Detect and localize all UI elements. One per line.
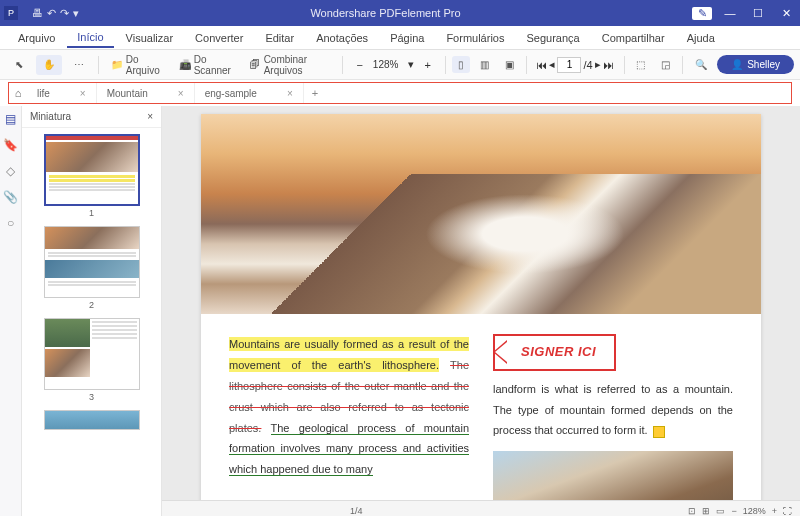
- snapshot-tool[interactable]: ◲: [655, 56, 676, 73]
- titlebar: P 🖶 ↶ ↷ ▾ Wondershare PDFelement Pro ✎ —…: [0, 0, 800, 26]
- menu-seguranca[interactable]: Segurança: [516, 29, 589, 47]
- last-page[interactable]: ⏭: [603, 59, 614, 71]
- thumbnails-icon[interactable]: ▤: [5, 112, 16, 126]
- underlined-text[interactable]: The geological process of mountain forma…: [229, 422, 469, 477]
- sticky-note-icon[interactable]: [653, 426, 665, 438]
- column-right: SIGNER ICI landform is what is referred …: [493, 334, 733, 516]
- zoom-out-button[interactable]: −: [352, 57, 366, 73]
- from-scanner-button[interactable]: 📠Do Scanner: [173, 51, 240, 79]
- bookmarks-icon[interactable]: 🔖: [3, 138, 18, 152]
- page-total: /4: [583, 59, 592, 71]
- menu-arquivo[interactable]: Arquivo: [8, 29, 65, 47]
- view-facing[interactable]: ▣: [499, 56, 520, 73]
- more-tools[interactable]: ⋯: [66, 55, 92, 75]
- thumb-num-2: 2: [89, 300, 94, 310]
- highlighted-text[interactable]: Mountains are usually formed as a result…: [229, 337, 469, 372]
- status-zoom-in[interactable]: +: [772, 506, 777, 516]
- redo-icon[interactable]: ↷: [60, 7, 69, 20]
- thumb-num-1: 1: [89, 208, 94, 218]
- crop-tool[interactable]: ⬚: [630, 56, 651, 73]
- hand-icon: ✋: [42, 58, 56, 72]
- combine-button[interactable]: 🗐Combinar Arquivos: [244, 51, 336, 79]
- maximize-icon[interactable]: ☐: [748, 7, 768, 20]
- menu-compartilhar[interactable]: Compartilhar: [592, 29, 675, 47]
- menu-inicio[interactable]: Início: [67, 28, 113, 48]
- user-icon: 👤: [731, 59, 743, 70]
- document-area[interactable]: Mountains are usually formed as a result…: [162, 106, 800, 516]
- add-tab-button[interactable]: +: [304, 87, 326, 99]
- menu-visualizar[interactable]: Visualizar: [116, 29, 184, 47]
- view-continuous[interactable]: ▥: [474, 56, 495, 73]
- from-file-button[interactable]: 📁Do Arquivo: [105, 51, 169, 79]
- menu-pagina[interactable]: Página: [380, 29, 434, 47]
- close-panel-icon[interactable]: ×: [147, 111, 153, 122]
- print-icon[interactable]: 🖶: [32, 7, 43, 20]
- scanner-icon: 📠: [179, 58, 191, 72]
- search-button[interactable]: 🔍: [689, 56, 713, 73]
- status-page[interactable]: 1/4: [350, 506, 363, 516]
- user-button[interactable]: 👤Shelley: [717, 55, 794, 74]
- attachments-icon[interactable]: 📎: [3, 190, 18, 204]
- column-left: Mountains are usually formed as a result…: [229, 334, 469, 516]
- select-tool[interactable]: ⬉: [6, 55, 32, 75]
- ellipsis-icon: ⋯: [72, 58, 86, 72]
- close-window-icon[interactable]: ✕: [776, 7, 796, 20]
- layers-icon[interactable]: ◇: [6, 164, 15, 178]
- hand-tool[interactable]: ✋: [36, 55, 62, 75]
- first-page[interactable]: ⏮: [536, 59, 547, 71]
- view-single[interactable]: ▯: [452, 56, 470, 73]
- sidebar: ▤ 🔖 ◇ 📎 ○: [0, 106, 22, 516]
- doc-tab-life[interactable]: life×: [27, 83, 97, 103]
- hero-image: [201, 114, 761, 314]
- app-title: Wondershare PDFelement Pro: [79, 7, 692, 19]
- page-input[interactable]: [557, 57, 581, 73]
- statusbar: 1/4 ⊡ ⊞ ▭ − 128% + ⛶: [162, 500, 800, 516]
- comments-icon[interactable]: ○: [7, 216, 14, 230]
- toolbar: ⬉ ✋ ⋯ 📁Do Arquivo 📠Do Scanner 🗐Combinar …: [0, 50, 800, 80]
- next-page[interactable]: ▸: [595, 58, 601, 71]
- minimize-icon[interactable]: —: [720, 7, 740, 19]
- fit-width-icon[interactable]: ⊞: [702, 506, 710, 516]
- qat-more-icon[interactable]: ▾: [73, 7, 79, 20]
- menu-formularios[interactable]: Formulários: [436, 29, 514, 47]
- fullscreen-icon[interactable]: ⛶: [783, 506, 792, 516]
- menu-ajuda[interactable]: Ajuda: [677, 29, 725, 47]
- thumbnail-3[interactable]: 3: [42, 318, 142, 402]
- arrow-icon: ⬉: [12, 58, 26, 72]
- home-tab[interactable]: ⌂: [9, 87, 27, 99]
- combine-icon: 🗐: [250, 58, 261, 72]
- body-text: landform is what is referred to as a mou…: [493, 383, 733, 437]
- close-tab-icon[interactable]: ×: [178, 88, 184, 99]
- zoom-dropdown[interactable]: ▾: [404, 56, 418, 73]
- menu-anotacoes[interactable]: Anotações: [306, 29, 378, 47]
- thumb-num-3: 3: [89, 392, 94, 402]
- undo-icon[interactable]: ↶: [47, 7, 56, 20]
- thumbnail-2[interactable]: 2: [42, 226, 142, 310]
- edit-window-icon[interactable]: ✎: [692, 7, 712, 20]
- thumbnail-1[interactable]: 1: [42, 134, 142, 218]
- sign-here-stamp[interactable]: SIGNER ICI: [493, 334, 616, 371]
- prev-page[interactable]: ◂: [549, 58, 555, 71]
- page-1: Mountains are usually formed as a result…: [201, 114, 761, 516]
- folder-icon: 📁: [111, 58, 123, 72]
- close-tab-icon[interactable]: ×: [80, 88, 86, 99]
- menubar: Arquivo Início Visualizar Converter Edit…: [0, 26, 800, 50]
- zoom-in-button[interactable]: +: [420, 57, 434, 73]
- fit-page-icon[interactable]: ⊡: [688, 506, 696, 516]
- fit-visible-icon[interactable]: ▭: [716, 506, 725, 516]
- close-tab-icon[interactable]: ×: [287, 88, 293, 99]
- status-zoom-out[interactable]: −: [731, 506, 736, 516]
- app-icon: P: [4, 6, 18, 20]
- doc-tab-mountain[interactable]: Mountain×: [97, 83, 195, 103]
- thumbnail-4[interactable]: [42, 410, 142, 430]
- thumbnail-title: Miniatura: [30, 111, 71, 122]
- menu-editar[interactable]: Editar: [255, 29, 304, 47]
- search-icon: 🔍: [695, 59, 707, 70]
- document-tabs: ⌂ life× Mountain× eng-sample× +: [8, 82, 792, 104]
- menu-converter[interactable]: Converter: [185, 29, 253, 47]
- status-zoom-val: 128%: [743, 506, 766, 516]
- zoom-value[interactable]: 128%: [369, 57, 403, 72]
- doc-tab-eng-sample[interactable]: eng-sample×: [195, 83, 304, 103]
- thumbnail-panel: Miniatura × 1 2 3: [22, 106, 162, 516]
